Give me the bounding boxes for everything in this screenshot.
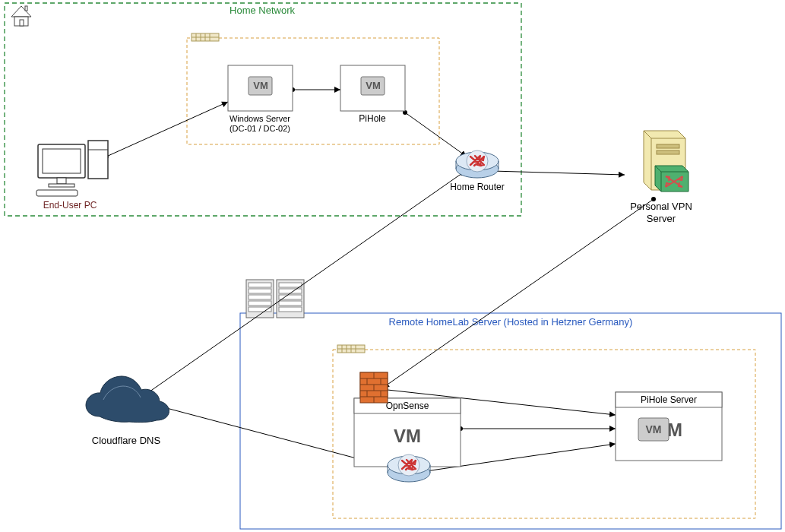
windows-server-label1: Windows Server: [229, 114, 290, 123]
svg-text:VM: VM: [646, 423, 662, 435]
vpn-server-label2: Server: [647, 213, 676, 224]
pihole-remote-vm: PiHole Server VM: [616, 392, 722, 461]
windows-server-label2: (DC-01 / DC-02): [229, 124, 290, 133]
edge-vpn-to-opnsense: [383, 199, 654, 388]
windows-server-vm: Windows Server (DC-01 / DC-02): [228, 65, 293, 133]
pihole-home-vm: PiHole: [340, 65, 405, 124]
vpn-server: Personal VPN Server: [630, 131, 692, 224]
opnsense: OpnSense: [354, 372, 461, 467]
edge-pc-to-winserver: [106, 102, 228, 157]
remote-router: [388, 454, 430, 482]
pihole-home-label: PiHole: [359, 113, 386, 124]
end-user-pc: End-User PC: [36, 141, 108, 211]
opnsense-label: OpnSense: [386, 401, 429, 411]
home-router: Home Router: [450, 150, 504, 192]
home-router-label: Home Router: [450, 182, 504, 192]
vpn-server-label1: Personal VPN: [630, 201, 692, 212]
pihole-remote-label: PiHole Server: [641, 394, 697, 405]
cloudflare-label: Cloudflare DNS: [92, 435, 161, 446]
end-user-pc-label: End-User PC: [43, 200, 97, 211]
edge-router-to-vpn: [492, 171, 625, 175]
home-network-label: Home Network: [229, 5, 295, 16]
edge-pihole-to-router: [405, 112, 467, 157]
remote-server-label: Remote HomeLab Server (Hosted in Hetzner…: [389, 316, 633, 328]
